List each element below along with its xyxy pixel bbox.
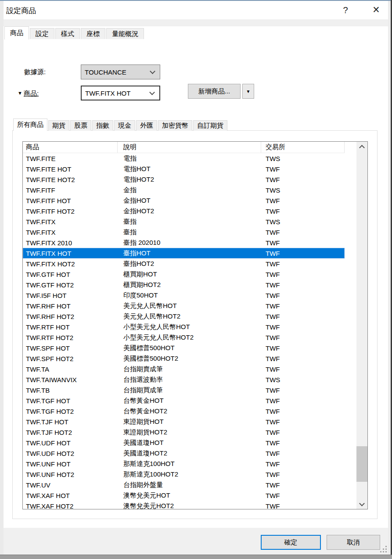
- cell-symbol: TWF.RHF HOT2: [23, 313, 118, 320]
- cell-name: 臺指 202010: [118, 239, 261, 247]
- category-tab-股票[interactable]: 股票: [70, 120, 91, 131]
- symbol-label[interactable]: ▼商品:: [18, 90, 39, 98]
- table-row[interactable]: TWF.UDF HOT2美國道瓊HOT2TWF: [23, 448, 345, 459]
- cell-exchange: TWF: [261, 302, 345, 310]
- cell-symbol: TWF.TGF HOT: [23, 397, 118, 405]
- category-tab-外匯[interactable]: 外匯: [136, 120, 157, 131]
- cell-exchange: TWF: [261, 292, 345, 299]
- main-tabstrip: 商品設定樣式座標量能概況: [4, 26, 145, 39]
- cell-name: 台指選波動率: [118, 376, 261, 384]
- column-header-2[interactable]: 交易所: [261, 142, 345, 153]
- table-row[interactable]: TWF.TJF HOT東證期貨HOTTWF: [23, 416, 345, 427]
- scrollbar-thumb[interactable]: [356, 446, 367, 482]
- table-row[interactable]: TWF.TGF HOT台幣黃金HOTTWF: [23, 395, 345, 406]
- table-row[interactable]: TWF.TJF HOT2東證期貨HOT2TWF: [23, 427, 345, 437]
- table-row[interactable]: TWF.FITF金指TWS: [23, 185, 345, 195]
- cell-symbol: TWF.FITX HOT: [23, 250, 118, 257]
- cell-symbol: TWF.TGF HOT2: [23, 408, 118, 415]
- cell-name: 美國標普500HOT2: [118, 355, 261, 363]
- tab-商品[interactable]: 商品: [4, 26, 29, 39]
- cell-symbol: TWF.FITX 2010: [23, 239, 118, 247]
- category-tab-自訂期貨[interactable]: 自訂期貨: [193, 120, 227, 131]
- table-row[interactable]: TWF.SPF HOT2美國標普500HOT2TWF: [23, 353, 345, 364]
- table-row[interactable]: TWF.FITE電指TWS: [23, 153, 345, 164]
- table-row[interactable]: TWF.I5F HOT印度50HOTTWF: [23, 290, 345, 301]
- cell-name: 台幣黃金HOT2: [118, 407, 261, 416]
- cell-exchange: TWF: [261, 208, 345, 215]
- category-tab-加密貨幣[interactable]: 加密貨幣: [158, 120, 192, 131]
- cell-symbol: TWF.FITF HOT2: [23, 208, 118, 215]
- datasource-label: 數據源:: [24, 68, 46, 76]
- cell-symbol: TWF.XAF HOT: [23, 492, 118, 499]
- cell-name: 那斯達克100HOT2: [118, 470, 261, 479]
- table-row[interactable]: TWF.FITF HOT金指HOTTWF: [23, 195, 345, 206]
- table-row[interactable]: TWF.RTF HOT2小型美元兌人民幣HOT2TWF: [23, 332, 345, 343]
- setup-product-dialog: 設定商品 ? × 商品設定樣式座標量能概況 數據源: TOUCHANCE ▼商品…: [0, 0, 392, 559]
- symbol-combobox[interactable]: TWF.FITX HOT: [81, 86, 160, 100]
- tab-樣式[interactable]: 樣式: [55, 28, 80, 39]
- cell-exchange: TWS: [261, 186, 345, 194]
- cell-exchange: TWF: [261, 250, 345, 257]
- cell-exchange: TWF: [261, 450, 345, 457]
- cell-symbol: TWF.XAF HOT2: [23, 502, 118, 509]
- tab-量能概況[interactable]: 量能概況: [106, 28, 144, 39]
- category-tab-現金[interactable]: 現金: [114, 120, 135, 131]
- table-row[interactable]: TWF.SPF HOT美國標普500HOTTWF: [23, 343, 345, 353]
- table-row[interactable]: TWF.FITE HOT2電指HOT2TWF: [23, 174, 345, 185]
- cell-exchange: TWF: [261, 429, 345, 436]
- category-tabstrip: 所有商品期貨股票指數現金外匯加密貨幣自訂期貨: [13, 118, 228, 131]
- vertical-scrollbar[interactable]: [356, 142, 367, 509]
- table-row[interactable]: TWF.FITE HOT電指HOTTWF: [23, 164, 345, 174]
- category-tab-所有商品[interactable]: 所有商品: [13, 118, 47, 131]
- table-row[interactable]: TWF.FITX臺指TWS: [23, 216, 345, 227]
- scroll-down-icon[interactable]: [356, 499, 367, 509]
- table-row[interactable]: TWF.FITX HOT2臺指HOT2TWF: [23, 258, 345, 269]
- table-row[interactable]: TWF.FITX 2010臺指 202010TWF: [23, 237, 345, 248]
- table-row[interactable]: TWF.TB台指期買成筆TWF: [23, 385, 345, 395]
- cancel-button[interactable]: 取消: [327, 535, 380, 550]
- close-icon[interactable]: ×: [369, 2, 384, 17]
- tab-設定[interactable]: 設定: [30, 28, 54, 39]
- cell-name: 美國標普500HOT: [118, 344, 261, 352]
- table-row[interactable]: TWF.TA台指期賣成筆TWF: [23, 364, 345, 374]
- cell-name: 那斯達克100HOT: [118, 460, 261, 468]
- table-row[interactable]: TWF.XAF HOT澳幣兌美元HOTTWF: [23, 490, 345, 501]
- column-header-0[interactable]: 商品: [23, 142, 118, 153]
- table-row[interactable]: TWF.RTF HOT小型美元兌人民幣HOTTWF: [23, 322, 345, 332]
- ok-button[interactable]: 確定: [261, 535, 321, 550]
- table-row[interactable]: TWF.UDF HOT美國道瓊HOTTWF: [23, 437, 345, 448]
- table-row[interactable]: TWF.RHF HOT2美元兌人民幣HOT2TWF: [23, 311, 345, 322]
- cell-symbol: TWF.FITX HOT2: [23, 260, 118, 268]
- table-row[interactable]: TWF.TGF HOT2台幣黃金HOT2TWF: [23, 406, 345, 416]
- table-row[interactable]: TWF.FITX HOT臺指HOTTWF: [23, 248, 345, 258]
- category-tab-指數[interactable]: 指數: [92, 120, 113, 131]
- table-row[interactable]: TWF.FITF HOT2金指HOT2TWF: [23, 206, 345, 216]
- cell-exchange: TWF: [261, 165, 345, 173]
- table-row[interactable]: TWF.XAF HOT2澳幣兌美元HOT2TWF: [23, 501, 345, 509]
- cell-symbol: TWF.TJF HOT: [23, 418, 118, 426]
- add-product-dropdown-button[interactable]: ▼: [242, 84, 254, 99]
- column-header-1[interactable]: 說明: [118, 142, 261, 153]
- cell-exchange: TWF: [261, 260, 345, 268]
- cell-exchange: TWF: [261, 408, 345, 415]
- add-product-button[interactable]: 新增商品...: [188, 84, 241, 99]
- category-tab-期貨[interactable]: 期貨: [48, 120, 69, 131]
- cell-symbol: TWF.UNF HOT: [23, 460, 118, 468]
- table-row[interactable]: TWF.UNF HOT2那斯達克100HOT2TWF: [23, 469, 345, 480]
- cell-name: 櫃買期HOT2: [118, 281, 261, 289]
- list-header: 商品說明交易所: [23, 142, 345, 153]
- table-row[interactable]: TWF.UV台指期外盤量TWF: [23, 480, 345, 490]
- tab-座標[interactable]: 座標: [81, 28, 105, 39]
- cell-exchange: TWF: [261, 471, 345, 478]
- table-row[interactable]: TWF.RHF HOT美元兌人民幣HOTTWF: [23, 301, 345, 311]
- scroll-up-icon[interactable]: [356, 142, 367, 151]
- cell-symbol: TWF.FITE HOT: [23, 165, 118, 173]
- help-icon[interactable]: ?: [339, 4, 352, 17]
- datasource-combobox[interactable]: TOUCHANCE: [81, 64, 160, 79]
- table-row[interactable]: TWF.FITX臺指TWF: [23, 227, 345, 237]
- table-row[interactable]: TWF.GTF HOT2櫃買期HOT2TWF: [23, 280, 345, 290]
- table-row[interactable]: TWF.UNF HOT那斯達克100HOTTWF: [23, 459, 345, 469]
- table-row[interactable]: TWF.GTF HOT櫃買期HOTTWF: [23, 269, 345, 280]
- resize-grip-icon[interactable]: [380, 546, 387, 553]
- table-row[interactable]: TWF.TAIWANVIX台指選波動率TWS: [23, 374, 345, 385]
